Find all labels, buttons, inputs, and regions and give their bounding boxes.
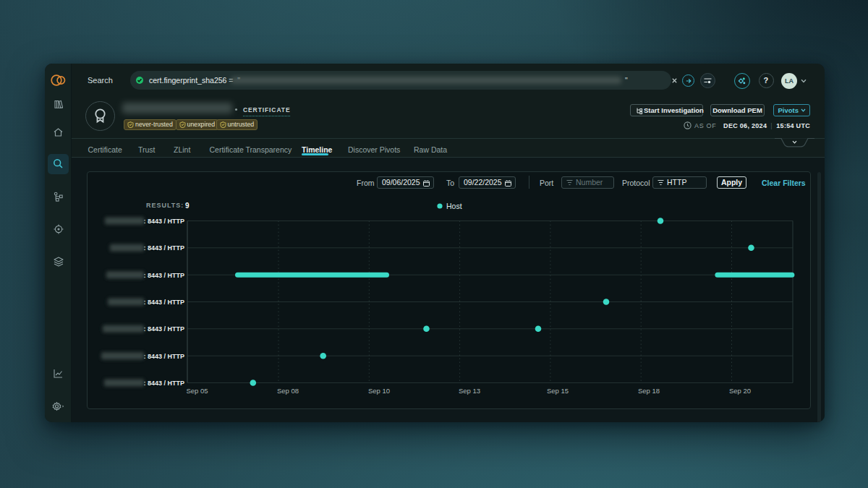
- svg-text:RESULTS:: RESULTS:: [146, 202, 184, 209]
- svg-text:: 8443 / HTTP: : 8443 / HTTP: [143, 299, 184, 306]
- svg-text:: 8443 / HTTP: : 8443 / HTTP: [143, 244, 184, 252]
- svg-text:Sep 13: Sep 13: [459, 387, 480, 395]
- svg-text:Sep 18: Sep 18: [638, 387, 660, 395]
- svg-text:Sep 15: Sep 15: [547, 387, 569, 395]
- svg-text:Host: Host: [446, 202, 462, 210]
- svg-text:9: 9: [185, 202, 190, 210]
- svg-text:Sep 08: Sep 08: [277, 387, 299, 395]
- svg-text:: 8443 / HTTP: : 8443 / HTTP: [143, 353, 184, 360]
- svg-text:: 8443 / HTTP: : 8443 / HTTP: [143, 218, 184, 225]
- svg-text:Sep 20: Sep 20: [729, 387, 751, 395]
- svg-text:: 8443 / HTTP: : 8443 / HTTP: [143, 325, 184, 333]
- svg-text:: 8443 / HTTP: : 8443 / HTTP: [143, 272, 184, 279]
- svg-text:Sep 10: Sep 10: [368, 387, 390, 395]
- svg-text:: 8443 / HTTP: : 8443 / HTTP: [143, 380, 184, 387]
- svg-text:Sep 05: Sep 05: [186, 387, 208, 395]
